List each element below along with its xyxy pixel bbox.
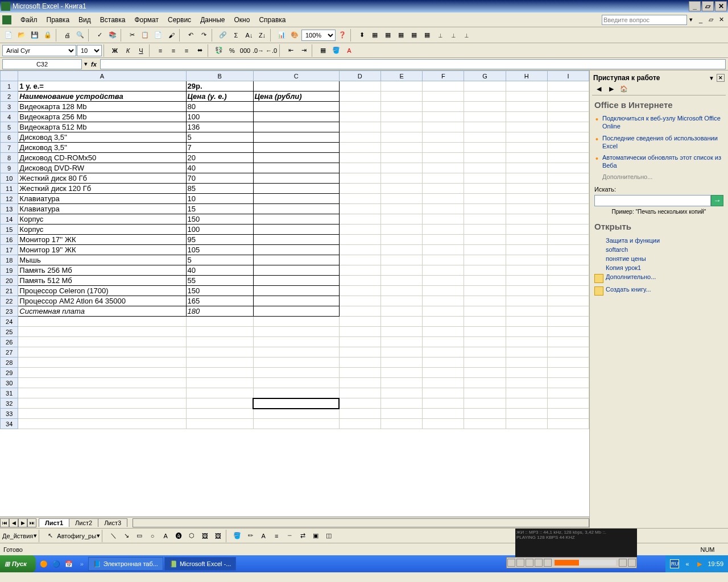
extra3-icon[interactable]: ▦ [382, 29, 394, 41]
row-header[interactable]: 25 [1, 327, 18, 337]
row-header[interactable]: 33 [1, 409, 18, 419]
extra1-icon[interactable]: ⬍ [355, 29, 368, 41]
player-vol-icon[interactable] [619, 559, 627, 567]
recent-file-1[interactable]: softarch [594, 245, 723, 254]
font-name-combo[interactable]: Arial Cyr [2, 45, 76, 56]
taskpane-close-icon[interactable]: ✕ [717, 74, 725, 82]
col-header-I[interactable]: I [547, 71, 589, 81]
cell[interactable] [253, 357, 339, 368]
taskpane-search-input[interactable] [594, 195, 711, 206]
doc-restore-button[interactable]: ▱ [706, 15, 715, 24]
cell[interactable] [339, 378, 380, 388]
cell[interactable] [186, 317, 253, 327]
link-office-online[interactable]: Подключиться к веб-узлу Microsoft Office… [602, 114, 723, 131]
cell[interactable] [339, 419, 380, 429]
cell[interactable] [186, 327, 253, 337]
cell[interactable] [547, 419, 589, 429]
save-icon[interactable]: 💾 [28, 29, 41, 41]
borders-icon[interactable]: ▦ [317, 44, 329, 57]
recent-file-3[interactable]: Копия урок1 [594, 263, 723, 272]
cell[interactable] [423, 378, 464, 388]
cell[interactable] [547, 337, 589, 347]
diagram-icon[interactable]: ⬡ [185, 530, 198, 542]
cell[interactable] [506, 357, 547, 368]
cell[interactable] [380, 368, 422, 378]
cell[interactable] [18, 368, 186, 378]
cell[interactable] [186, 347, 253, 357]
cell[interactable] [339, 327, 380, 337]
extra4-icon[interactable]: ▦ [395, 29, 407, 41]
link-more-files[interactable]: Дополнительно... [594, 273, 723, 280]
menu-tools[interactable]: Сервис [163, 15, 196, 25]
textbox-icon[interactable]: A [159, 530, 172, 542]
sheet-tab-Лист1[interactable]: Лист1 [39, 518, 69, 527]
cell[interactable] [464, 419, 506, 429]
cell[interactable] [464, 347, 506, 357]
row-header[interactable]: 28 [1, 357, 18, 368]
player-stop-icon[interactable] [535, 559, 543, 567]
row-header[interactable]: 12 [1, 194, 18, 204]
cell[interactable] [339, 317, 380, 327]
drawing-icon[interactable]: 🎨 [288, 29, 301, 41]
paste-icon[interactable]: 📄 [152, 29, 164, 41]
arrow-icon[interactable]: ↘ [120, 530, 133, 542]
cell[interactable] [464, 388, 506, 398]
percent-icon[interactable]: % [226, 44, 238, 57]
cell[interactable] [380, 347, 422, 357]
cell[interactable] [380, 317, 422, 327]
cell[interactable] [253, 337, 339, 347]
tab-nav-last[interactable]: ⏭ [27, 518, 36, 527]
row-header[interactable]: 15 [1, 225, 18, 235]
recent-file-2[interactable]: понятие цены [594, 254, 723, 263]
cell[interactable] [506, 409, 547, 419]
cut-icon[interactable]: ✂ [126, 29, 138, 41]
col-header-D[interactable]: D [339, 71, 380, 81]
cell[interactable] [464, 357, 506, 368]
cell[interactable] [547, 327, 589, 337]
cell[interactable] [506, 347, 547, 357]
tab-nav-next[interactable]: ▶ [18, 518, 27, 527]
print-preview-icon[interactable]: 🔍 [74, 29, 86, 41]
player-progress[interactable] [555, 560, 616, 566]
cell[interactable] [547, 368, 589, 378]
col-header-B[interactable]: B [186, 71, 253, 81]
cell[interactable] [380, 419, 422, 429]
align-right-icon[interactable]: ≡ [180, 44, 193, 57]
row-header[interactable]: 5 [1, 122, 18, 132]
cell[interactable] [186, 337, 253, 347]
font-size-combo[interactable]: 10 [77, 45, 102, 56]
cell[interactable] [380, 357, 422, 368]
cell[interactable] [506, 419, 547, 429]
row-header[interactable]: 27 [1, 347, 18, 357]
chart-wizard-icon[interactable]: 📊 [275, 29, 288, 41]
cell[interactable] [423, 357, 464, 368]
font-color-icon-2[interactable]: A [257, 530, 270, 542]
cell[interactable] [464, 327, 506, 337]
cell[interactable] [253, 419, 339, 429]
formula-input[interactable] [100, 59, 726, 69]
taskpane-dropdown-icon[interactable]: ▼ [709, 75, 714, 81]
underline-icon[interactable]: Ч [135, 44, 147, 57]
taskpane-search-button[interactable]: → [711, 195, 723, 206]
cell[interactable] [339, 337, 380, 347]
horizontal-scrollbar[interactable] [133, 518, 589, 527]
cell[interactable] [18, 337, 186, 347]
cell[interactable] [18, 378, 186, 388]
start-button[interactable]: ⊞ Пуск [0, 555, 36, 572]
fill-color-icon[interactable]: 🪣 [330, 44, 342, 57]
row-header[interactable]: 14 [1, 214, 18, 225]
cell[interactable] [339, 357, 380, 368]
extra9-icon[interactable]: ⟂ [460, 29, 473, 41]
autoshapes-menu[interactable]: Автофигу_ры [57, 533, 96, 539]
draw-actions-menu[interactable]: Де_йствия [2, 533, 33, 539]
quicklaunch-1-icon[interactable]: 🟠 [38, 558, 49, 569]
cell[interactable] [547, 398, 589, 409]
open-icon[interactable]: 📂 [15, 29, 28, 41]
cell[interactable] [186, 398, 253, 409]
row-header[interactable]: 31 [1, 388, 18, 398]
cell[interactable] [464, 409, 506, 419]
comma-icon[interactable]: 000 [239, 44, 251, 57]
picture-icon[interactable]: 🖼 [212, 530, 224, 542]
taskpane-fwd-icon[interactable]: ▶ [606, 84, 617, 94]
cell[interactable] [253, 378, 339, 388]
